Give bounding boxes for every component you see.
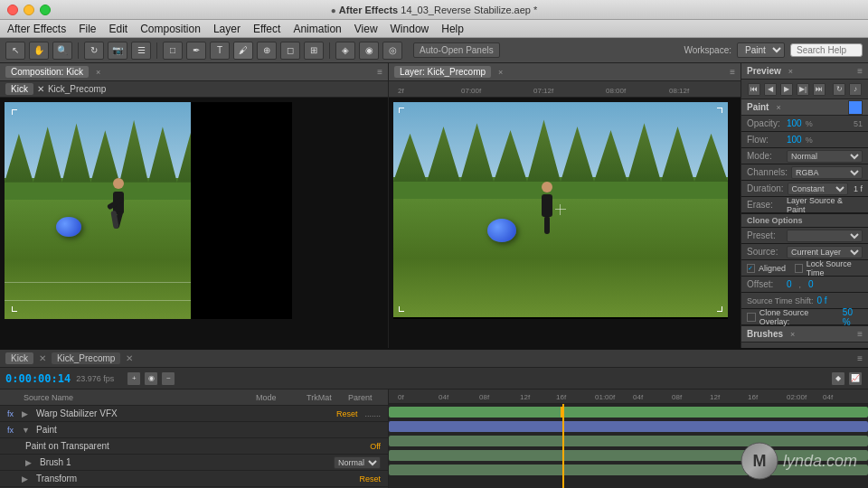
lock-source-checkbox[interactable] — [795, 264, 803, 273]
pan-tool[interactable]: ☰ — [131, 42, 151, 60]
duration-select[interactable]: Constant — [788, 183, 848, 195]
starch-tool[interactable]: ◎ — [382, 42, 402, 60]
menu-window[interactable]: Window — [391, 23, 429, 35]
composition-tab[interactable]: Composition: Kick — [5, 66, 89, 78]
layer-tab[interactable]: Layer: Kick_Precomp — [394, 66, 491, 78]
brush-mode-select[interactable]: Normal — [334, 456, 381, 469]
opacity-value[interactable]: 100 — [787, 118, 802, 128]
timeline-options[interactable]: ≡ — [857, 353, 863, 363]
tl-keyframe-btn[interactable]: ◆ — [831, 371, 845, 386]
brushes-options[interactable]: ≡ — [857, 329, 863, 339]
expand-brush[interactable]: ▶ — [25, 458, 36, 467]
timeline-tab-kick[interactable]: Kick — [5, 352, 33, 364]
hand-tool[interactable]: ✋ — [29, 42, 49, 60]
playhead[interactable] — [562, 404, 564, 488]
offset-y[interactable]: 0 — [808, 279, 814, 289]
composition-options[interactable]: ≡ — [377, 67, 382, 77]
menu-composition[interactable]: Composition — [140, 23, 201, 35]
paint-tab[interactable]: Paint — [747, 102, 769, 112]
layer-options[interactable]: ≡ — [730, 67, 735, 77]
layer-transform-reset[interactable]: Reset — [359, 474, 381, 483]
expand-transform[interactable]: ▶ — [22, 474, 33, 483]
tl-column-header: Source Name Mode TrkMat Parent — [0, 389, 388, 406]
source-select[interactable]: Current Layer — [787, 246, 863, 258]
layer-row-brush1[interactable]: ▶ Brush 1 Normal — [0, 455, 388, 471]
minimize-button[interactable] — [24, 5, 34, 15]
camera-tool[interactable]: 📷 — [108, 42, 127, 60]
loop-btn[interactable]: ↻ — [833, 83, 845, 96]
zoom-tool[interactable]: 🔍 — [52, 42, 72, 60]
paint-close[interactable]: × — [776, 103, 780, 112]
brush-size-display[interactable]: 51 — [854, 119, 863, 128]
search-input[interactable] — [790, 43, 863, 57]
rotation-tool[interactable]: ↻ — [84, 42, 104, 60]
play-btn[interactable]: ▶ — [780, 83, 793, 96]
kick-precomp-subtab[interactable]: Kick_Precomp — [48, 84, 106, 94]
source-time-value[interactable]: 0 f — [817, 296, 827, 305]
menu-file[interactable]: File — [79, 23, 96, 35]
clone-tool[interactable]: ⊕ — [257, 42, 277, 60]
tl-tab-close2[interactable]: ✕ — [126, 353, 133, 363]
layer-row-transform[interactable]: ▶ Transform Reset — [0, 471, 388, 487]
channels-select[interactable]: RGBA — [791, 166, 863, 179]
preview-tab[interactable]: Preview — [747, 66, 781, 76]
mode-select[interactable]: Normal — [787, 150, 863, 163]
select-tool[interactable]: ↖ — [5, 42, 25, 60]
composition-tab-close[interactable]: × — [96, 68, 100, 77]
brushes-close[interactable]: × — [790, 330, 795, 339]
rm-8: 08f — [479, 393, 489, 401]
kick-subtab[interactable]: Kick — [5, 83, 33, 95]
clone-overlay-checkbox[interactable] — [747, 313, 756, 322]
mask-tool[interactable]: □ — [163, 42, 183, 60]
maximize-button[interactable] — [40, 5, 51, 15]
color-swatch[interactable] — [848, 100, 863, 115]
preset-select[interactable] — [787, 230, 863, 242]
aligned-row: Aligned Lock Source Time — [741, 260, 868, 277]
text-tool[interactable]: T — [210, 42, 230, 60]
tl-tab-close1[interactable]: ✕ — [39, 353, 46, 363]
tl-graph-btn[interactable]: 📈 — [848, 371, 863, 386]
auto-open-label[interactable]: Auto-Open Panels — [413, 42, 500, 58]
brushes-tab[interactable]: Brushes — [747, 329, 783, 339]
last-frame-btn[interactable]: ⏭ — [813, 83, 826, 96]
expand-warp[interactable]: ▶ — [22, 409, 33, 418]
brush-tool[interactable]: 🖌 — [233, 42, 253, 60]
puppet-tool[interactable]: ⊞ — [304, 42, 324, 60]
menu-view[interactable]: View — [354, 23, 378, 35]
menu-effect[interactable]: Effect — [253, 23, 280, 35]
pen-tool[interactable]: ✒ — [186, 42, 206, 60]
menu-after-effects[interactable]: After Effects — [7, 23, 66, 35]
tl-new-layer[interactable]: + — [127, 371, 141, 386]
clone-overlay-value[interactable]: 50 % — [843, 307, 863, 327]
preview-options-btn[interactable]: ≡ — [857, 66, 863, 76]
layer-row-warp[interactable]: fx ▶ Warp Stabilizer VFX Reset ....... — [0, 406, 388, 422]
timeline-tab-precomp[interactable]: Kick_Precomp — [52, 352, 120, 364]
tl-solo[interactable]: ◉ — [144, 371, 158, 386]
aligned-checkbox[interactable] — [747, 264, 755, 273]
source-time-label: Source Time Shift: — [747, 296, 814, 305]
layer-tab-close[interactable]: × — [498, 68, 503, 77]
layer-row-paint-transparent[interactable]: Paint on Transparent Off — [0, 438, 388, 455]
menu-animation[interactable]: Animation — [293, 23, 341, 35]
first-frame-btn[interactable]: ⏮ — [748, 83, 760, 96]
flow-value[interactable]: 100 — [787, 135, 802, 145]
next-frame-btn[interactable]: ▶| — [797, 83, 809, 96]
offset-x[interactable]: 0 — [787, 279, 792, 289]
layer-warp-reset[interactable]: Reset — [336, 409, 358, 418]
preview-close[interactable]: × — [788, 67, 793, 76]
audio-btn[interactable]: ♪ — [849, 83, 862, 96]
workspace-select[interactable]: Paint — [737, 42, 785, 58]
eraser-tool[interactable]: ◻ — [280, 42, 300, 60]
timeline-timecode[interactable]: 0:00:00:14 — [5, 372, 71, 385]
pin-tool[interactable]: ◈ — [335, 42, 355, 60]
overlap-tool[interactable]: ◉ — [359, 42, 379, 60]
prev-frame-btn[interactable]: ◀ — [764, 83, 777, 96]
menu-help[interactable]: Help — [441, 23, 464, 35]
close-button[interactable] — [7, 5, 18, 15]
layer-row-paint[interactable]: fx ▼ Paint — [0, 422, 388, 438]
tl-shy[interactable]: ~ — [161, 371, 175, 386]
menu-layer[interactable]: Layer — [213, 23, 241, 35]
menu-edit[interactable]: Edit — [108, 23, 127, 35]
expand-paint[interactable]: ▼ — [22, 426, 33, 435]
layer-transparent-value[interactable]: Off — [370, 442, 381, 451]
